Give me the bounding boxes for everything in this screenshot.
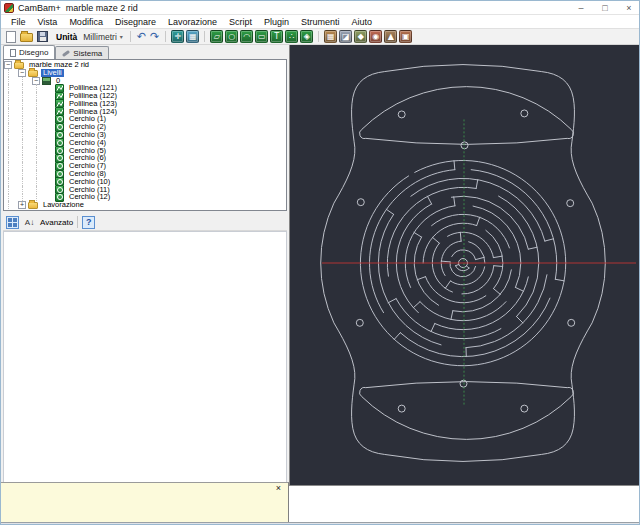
tree-guide-line [22,155,32,163]
maze-wall [517,317,523,323]
drawing-canvas[interactable] [289,45,640,485]
maze-wall [394,333,400,340]
message-panel-close-icon[interactable]: × [276,484,281,493]
maze-ring-arc [473,206,521,263]
tree-guide-line [22,178,32,186]
menu-aiuto[interactable]: Aiuto [346,15,379,29]
mill-3d-icon[interactable]: ▲ [384,30,397,43]
hole-circle [521,405,528,412]
mill-drill-icon[interactable]: ◉ [369,30,382,43]
menu-lavorazione[interactable]: Lavorazione [162,15,223,29]
zoom-extents-icon[interactable]: ✛ [171,30,184,43]
minimize-button[interactable]: – [569,1,593,15]
draw-polyline-icon[interactable]: ▱ [210,30,223,43]
maze-ring-arc [499,196,539,263]
draw-icon-group: ▱○◠▭T∴◈ [210,30,313,43]
alphabetical-sort-icon[interactable]: A↓ [23,216,36,229]
collapse-icon[interactable]: − [32,77,40,85]
tab-disegno[interactable]: Disegno [3,45,55,59]
tree-guide-line [8,84,18,92]
tree-row[interactable]: Cerchio (4) [4,139,286,147]
menu-vista[interactable]: Vista [32,15,64,29]
mill-pocket-icon[interactable]: ▦ [324,30,337,43]
new-file-icon[interactable] [6,31,16,43]
collapse-icon[interactable]: − [18,69,26,77]
tree-row[interactable]: Cerchio (8) [4,170,286,178]
redo-icon[interactable]: ↷ [149,30,160,43]
tree-row[interactable]: +Lavorazione [4,201,286,209]
hole-circle [398,111,405,118]
tree-row[interactable]: Cerchio (6) [4,155,286,163]
maze-wall [515,287,523,291]
tree-row[interactable]: Polilinea (121) [4,84,286,92]
tab-sistema[interactable]: Sistema [55,46,109,59]
advanced-label[interactable]: Avanzato [40,218,73,227]
tree-row[interactable]: −Livelli [4,69,286,77]
draw-rectangle-icon[interactable]: ▭ [255,30,268,43]
categorized-view-icon[interactable] [6,216,19,229]
menu-modifica[interactable]: Modifica [63,15,109,29]
toolbar: Unità Millimetri ▾ ↶ ↷ ✛▦ ▱○◠▭T∴◈ ▦◪◆◉▲▣ [1,29,640,45]
drawing-tree[interactable]: −marble maze 2 rid−Livelli−0Polilinea (1… [3,59,287,211]
units-value: Millimetri [83,32,117,42]
menu-script[interactable]: Script [223,15,258,29]
tree-guide-line [8,186,18,194]
tree-guide-line [8,131,18,139]
hole-circle [356,319,363,326]
draw-surface-icon[interactable]: ◈ [300,30,313,43]
menu-plugin[interactable]: Plugin [258,15,295,29]
hole-circle [521,110,528,117]
tree-guide-line [36,131,46,139]
open-file-icon[interactable] [20,33,33,42]
tree-guide-line [22,84,32,92]
draw-circle-icon[interactable]: ○ [225,30,238,43]
draw-arc-icon[interactable]: ◠ [240,30,253,43]
tree-row[interactable]: −0 [4,77,286,85]
collapse-icon[interactable]: − [4,61,12,69]
maze-wall [494,266,503,267]
tree-row[interactable]: Cerchio (10) [4,178,286,186]
mill-engrave-icon[interactable]: ◆ [354,30,367,43]
window-title: CamBam+ marble maze 2 rid [18,3,569,13]
tree-guide-line [22,131,32,139]
mill-script-icon[interactable]: ▣ [399,30,412,43]
tree-row[interactable]: Polilinea (123) [4,100,286,108]
tree-guide-line [36,139,46,147]
draw-text-icon[interactable]: T [270,30,283,43]
menu-file[interactable]: File [5,15,32,29]
tree-guide-line [8,116,18,124]
units-combobox[interactable]: Millimetri ▾ [81,32,125,42]
tree-item-label[interactable]: Livelli [41,69,64,77]
screen-view-icon[interactable]: ▦ [186,30,199,43]
mill-profile-icon[interactable]: ◪ [339,30,352,43]
tree-guide-line [8,77,18,85]
tree-row[interactable]: Polilinea (122) [4,92,286,100]
wrench-icon [62,49,70,56]
expand-icon[interactable]: + [18,201,26,209]
view-icon-group: ✛▦ [171,30,199,43]
tree-row[interactable]: Cerchio (1) [4,116,286,124]
menu-strumenti[interactable]: Strumenti [295,15,346,29]
maze-ring-arc [432,243,452,292]
draw-points-icon[interactable]: ∴ [285,30,298,43]
tree-row[interactable]: Cerchio (11) [4,186,286,194]
maze-wall [466,266,469,268]
maximize-button[interactable]: □ [593,1,617,15]
hole-circle [398,405,405,412]
maze-ring-arc [423,223,477,263]
help-icon[interactable]: ? [82,216,95,229]
property-grid[interactable] [3,231,287,482]
tree-item-label[interactable]: Lavorazione [41,201,86,209]
close-button[interactable]: × [617,1,640,15]
tree-row[interactable]: Cerchio (2) [4,123,286,131]
tree-guide-line [22,100,32,108]
tree-row[interactable]: Cerchio (3) [4,131,286,139]
tree-row[interactable]: Cerchio (7) [4,162,286,170]
tree-guide-line [22,186,32,194]
tree-row[interactable]: Polilinea (124) [4,108,286,116]
undo-icon[interactable]: ↶ [136,30,147,43]
folder-icon [14,62,24,69]
tree-row[interactable]: Cerchio (5) [4,147,286,155]
save-file-icon[interactable] [37,31,48,42]
menu-disegnare[interactable]: Disegnare [109,15,162,29]
